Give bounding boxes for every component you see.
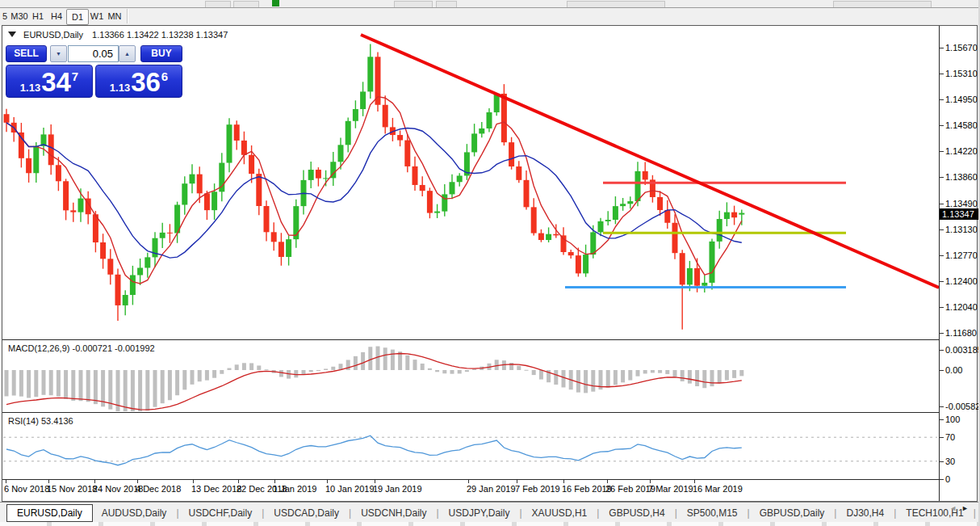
date-tick [563, 480, 564, 483]
tab-gbpusd-daily[interactable]: GBPUSD,Daily [751, 505, 834, 521]
date-tick [650, 480, 651, 483]
date-label: 16 Feb 2019 [562, 484, 612, 494]
tab-usdcnh-daily[interactable]: USDCNH,Daily [352, 505, 435, 521]
date-tick [6, 480, 6, 483]
timeframe-button-h1[interactable]: H1 [29, 9, 47, 23]
volume-increase-button[interactable]: ▲ [119, 45, 136, 62]
buy-price-pip: 6 [161, 69, 168, 83]
tab-separator: | [597, 507, 599, 519]
macd-tick-label: 0.003185 [945, 345, 980, 355]
toolbar-green-indicator [272, 0, 279, 6]
date-tick [274, 480, 275, 483]
rsi-tick [940, 461, 944, 462]
tab-scroll-right-icon[interactable]: ► [961, 504, 974, 512]
rsi-tick-label: 100 [945, 414, 960, 424]
price-tick [940, 255, 944, 256]
moving-average-slow[interactable] [6, 123, 742, 258]
tab-gbpusd-h4[interactable]: GBPUSD,H4 [600, 505, 673, 521]
tab-separator: | [519, 507, 521, 519]
rsi-tick [940, 419, 944, 420]
toolbar-button-sliver[interactable] [205, 1, 231, 7]
price-tick [940, 229, 944, 230]
price-tick [940, 125, 944, 126]
tab-eurusd-daily[interactable]: EURUSD,Daily [6, 504, 93, 522]
timeframe-button-d1[interactable]: D1 [66, 9, 89, 25]
date-label: 7 Feb 2019 [515, 484, 560, 494]
sell-price-button[interactable]: 1.13347 [6, 65, 93, 98]
price-tick-label: 1.13490 [945, 199, 978, 208]
panel-separator[interactable] [2, 412, 939, 413]
timeframe-button-w1[interactable]: W1 [88, 9, 106, 23]
tab-scroll-left-icon[interactable]: ◄ [949, 504, 961, 512]
panel-separator[interactable] [2, 339, 939, 340]
toolbar-button-sliver[interactable] [394, 1, 433, 7]
tab-separator: | [894, 507, 896, 519]
tab-dj30-h4[interactable]: DJ30,H4 [837, 505, 893, 521]
price-tick [940, 333, 944, 334]
price-tick-label: 1.14580 [945, 120, 978, 130]
price-tick-label: 1.15670 [945, 43, 978, 53]
rsi-label: RSI(14) 53.4136 [8, 416, 73, 426]
date-tick [193, 480, 194, 483]
price-tick-label: 1.12770 [945, 250, 978, 260]
timeframe-button-5[interactable]: 5 [0, 9, 10, 23]
tab-audusd-daily[interactable]: AUDUSD,Daily [93, 505, 176, 521]
tab-sp500-m15[interactable]: SP500,M15 [678, 505, 747, 521]
moving-average-fast[interactable] [6, 97, 742, 284]
macd-tick [940, 370, 944, 371]
tab-usdcad-daily[interactable]: USDCAD,Daily [265, 505, 348, 521]
date-label: 13 Dec 2018 [191, 484, 241, 494]
buy-price-button[interactable]: 1.13366 [95, 65, 182, 98]
tab-separator: | [748, 507, 750, 519]
buy-price-prefix: 1.13 [110, 82, 130, 94]
volume-decrease-button[interactable]: ▼ [50, 45, 67, 62]
price-tick-label: 1.13130 [945, 225, 978, 234]
ohlc-values: 1.13366 1.13422 1.13238 1.13347 [92, 30, 228, 40]
toolbar-button-sliver[interactable] [567, 1, 665, 7]
buy-button[interactable]: BUY [140, 45, 182, 62]
date-label: 29 Jan 2019 [467, 484, 516, 494]
panel-separator[interactable] [2, 479, 939, 480]
chart-tab-bar: EURUSD,DailyAUDUSD,Daily|USDCHF,Daily|US… [0, 502, 980, 523]
scale-divider [939, 26, 940, 501]
date-label: 7 Mar 2019 [648, 484, 693, 494]
sell-price-big: 34 [41, 70, 71, 94]
timeframe-button-h4[interactable]: H4 [48, 9, 65, 23]
date-tick [468, 480, 469, 483]
descending-trendline[interactable] [361, 35, 939, 288]
collapse-triangle-icon[interactable] [8, 32, 16, 37]
date-tick [327, 480, 328, 483]
price-tick [940, 177, 944, 178]
toolbar-button-sliver[interactable] [833, 1, 932, 7]
date-tick [607, 480, 608, 483]
toolbar-separator [127, 9, 128, 23]
chart-title: EURUSD,Daily 1.13366 1.13422 1.13238 1.1… [8, 30, 228, 40]
macd-tick-label: -0.005827 [945, 402, 980, 411]
timeframe-button-mn[interactable]: MN [106, 9, 124, 23]
toolbar-button-sliver[interactable] [436, 1, 457, 7]
tab-usdchf-daily[interactable]: USDCHF,Daily [180, 505, 262, 521]
tab-usdjpy-daily[interactable]: USDJPY,Daily [440, 505, 519, 521]
tab-uk100-h4-clipped[interactable]: UK100,H4 [977, 505, 980, 521]
price-tick-label: 1.14220 [945, 146, 978, 156]
rsi-tick-label: 30 [945, 457, 955, 466]
rsi-panel[interactable] [2, 413, 939, 479]
symbol-period-label: EURUSD,Daily [23, 30, 83, 40]
price-tick [940, 99, 944, 100]
sell-button[interactable]: SELL [6, 45, 47, 62]
date-label: 1 Jan 2019 [273, 484, 316, 494]
macd-histogram [5, 347, 744, 411]
sell-price-pip: 7 [72, 69, 78, 83]
timeframe-button-m30[interactable]: M30 [10, 9, 28, 23]
price-tick-label: 1.12040 [945, 302, 978, 312]
volume-input[interactable] [68, 45, 119, 62]
date-tick [517, 480, 517, 483]
tab-xauusd-h1[interactable]: XAUUSD,H1 [523, 505, 597, 521]
toolbar-sliver [0, 0, 980, 8]
toolbar-button-sliver[interactable] [233, 1, 259, 7]
price-tick-label: 1.13860 [945, 172, 978, 182]
tab-separator: | [176, 507, 178, 519]
date-label: 19 Jan 2019 [373, 484, 422, 494]
mt4-window: 5M30H1H4D1W1MN EURUSD,Daily 1.13366 1.13… [0, 0, 980, 526]
statusbar-sliver [0, 522, 980, 526]
